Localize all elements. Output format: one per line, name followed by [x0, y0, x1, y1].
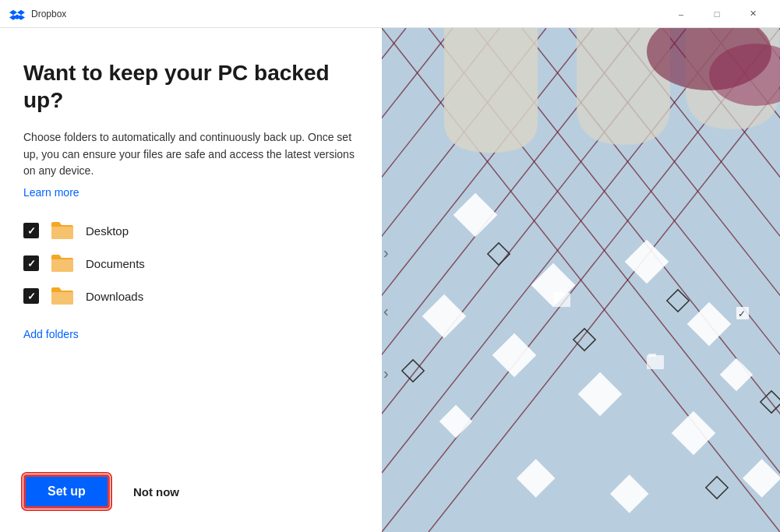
- maximize-button[interactable]: □: [699, 2, 735, 26]
- not-now-button[interactable]: Not now: [133, 485, 179, 499]
- decorative-pattern: › ‹ › ✓: [382, 28, 780, 532]
- svg-text:‹: ‹: [383, 302, 389, 319]
- documents-folder-icon: [50, 253, 75, 273]
- minimize-button[interactable]: –: [663, 2, 699, 26]
- window-title: Dropbox: [31, 9, 663, 19]
- downloads-label: Downloads: [86, 290, 143, 303]
- learn-more-link[interactable]: Learn more: [23, 186, 358, 199]
- folder-item-downloads: ✓ Downloads: [23, 286, 358, 306]
- left-panel: Want to keep your PC backed up? Choose f…: [0, 28, 382, 532]
- setup-button[interactable]: Set up: [23, 474, 110, 509]
- close-button[interactable]: ✕: [735, 2, 771, 26]
- documents-checkbox[interactable]: ✓: [23, 255, 39, 271]
- folder-item-desktop: ✓ Desktop: [23, 220, 358, 241]
- downloads-checkbox[interactable]: ✓: [23, 288, 39, 304]
- svg-text:✓: ✓: [738, 308, 746, 319]
- titlebar: Dropbox – □ ✕: [0, 0, 780, 28]
- desktop-checkbox[interactable]: ✓: [23, 223, 39, 238]
- downloads-folder-icon: [50, 286, 75, 306]
- svg-rect-47: [648, 354, 656, 357]
- svg-rect-45: [555, 291, 563, 294]
- folder-list: ✓ Desktop ✓ Documents: [23, 220, 358, 306]
- downloads-check-icon: ✓: [27, 291, 36, 301]
- svg-rect-44: [553, 293, 570, 307]
- description-text: Choose folders to automatically and cont…: [23, 129, 358, 180]
- bottom-actions: Set up Not now: [23, 474, 358, 509]
- desktop-label: Desktop: [86, 224, 129, 238]
- desktop-folder-icon: [50, 220, 75, 241]
- svg-text:›: ›: [383, 365, 389, 382]
- add-folders-link[interactable]: Add folders: [23, 328, 358, 340]
- right-panel: › ‹ › ✓: [382, 28, 780, 532]
- main-title: Want to keep your PC backed up?: [23, 59, 358, 114]
- desktop-check-icon: ✓: [27, 226, 36, 236]
- documents-check-icon: ✓: [27, 259, 36, 269]
- folder-item-documents: ✓ Documents: [23, 253, 358, 273]
- svg-text:›: ›: [383, 244, 389, 261]
- svg-rect-46: [647, 355, 664, 369]
- documents-label: Documents: [86, 257, 145, 270]
- main-container: Want to keep your PC backed up? Choose f…: [0, 28, 780, 532]
- window-controls: – □ ✕: [663, 2, 771, 26]
- dropbox-logo: [9, 6, 25, 22]
